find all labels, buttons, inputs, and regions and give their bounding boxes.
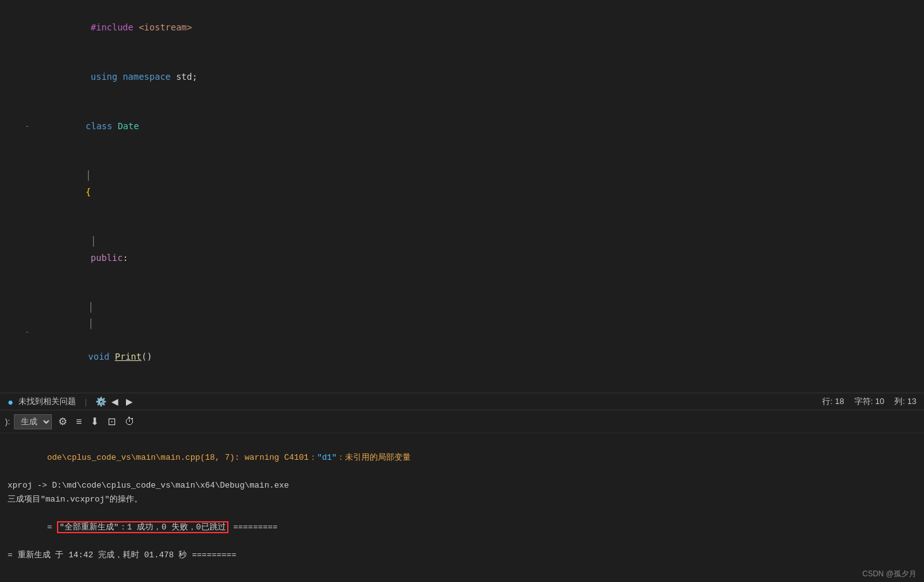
config-icon[interactable]: ⚙️ (96, 396, 106, 407)
indent-guide-6b: │ (88, 319, 93, 329)
output-line-2: xproj -> D:\md\code\cplus_code_vs\main\x… (8, 479, 916, 493)
output-equals-1: = (47, 522, 57, 532)
line-6: - │ │ void Print() (0, 282, 924, 381)
output-rebuild-text: "全部重新生成"：1 成功，0 失败，0已跳过 (57, 521, 228, 533)
problem-text: 未找到相关问题 (18, 396, 76, 407)
output-text-1: ode\cplus_code_vs\main\main.cpp(18, 7): … (47, 453, 316, 462)
line-3: - class Date (0, 101, 924, 151)
panel-prefix-label: ): (5, 417, 10, 426)
editor-container: #include <iostream> using namespace std;… (0, 0, 924, 582)
kw-namespace: namespace (123, 72, 171, 82)
toolbar-btn-2[interactable]: ≡ (73, 416, 84, 427)
std-plain: std; (171, 72, 197, 82)
code-text-7: │ │ { (32, 381, 109, 393)
output-line-1: ode\cplus_code_vs\main\main.cpp(18, 7): … (8, 437, 916, 479)
space-2 (117, 72, 122, 82)
kw-void: void (88, 351, 109, 362)
space-6 (88, 335, 109, 345)
kw-class: class (85, 121, 112, 131)
code-text-3: class Date (32, 101, 139, 151)
panel-dropdown[interactable]: 生成 (14, 414, 52, 429)
problem-icon: ● (8, 396, 13, 407)
problem-divider: | (85, 397, 87, 407)
fold-col-6[interactable]: - (22, 328, 32, 336)
line-7: │ │ { (0, 381, 924, 393)
colon-public: : (123, 253, 128, 263)
row-label: 行: 18 (822, 396, 844, 407)
output-line-5: = 重新生成 于 14:42 完成，耗时 01.478 秒 ========= (8, 548, 916, 562)
output-content[interactable]: ode\cplus_code_vs\main\main.cpp(18, 7): … (0, 433, 924, 582)
code-text-2: using namespace std; (32, 52, 197, 101)
toolbar-btn-4[interactable]: ⊡ (105, 415, 118, 427)
arrow-left-btn[interactable]: ◀ (111, 396, 118, 407)
line-5: │ public: (0, 217, 924, 282)
line-1: #include <iostream> (0, 3, 924, 52)
toolbar-btn-5[interactable]: ⏱ (122, 416, 137, 427)
output-sep-1: ========= (228, 522, 278, 532)
code-text-6: │ │ void Print() (32, 282, 152, 381)
indent-guide-6a: │ (88, 302, 93, 312)
iostream-str: <iostream> (139, 22, 192, 32)
type-date: Date (118, 121, 139, 131)
code-area: #include <iostream> using namespace std;… (0, 0, 924, 393)
kw-public: public (91, 253, 123, 263)
code-text-5: │ public: (32, 217, 128, 282)
arrow-right-btn[interactable]: ▶ (126, 396, 133, 407)
list-label: 列: 13 (894, 396, 916, 407)
output-panel: ): 生成 ⚙ ≡ ⬇ ⊡ ⏱ ode\cplus_code_vs\main\m… (0, 410, 924, 582)
output-d1: "d1" (317, 453, 337, 462)
parens-print: () (142, 351, 153, 362)
output-line-3: 三成项目"main.vcxproj"的操作。 (8, 493, 916, 507)
toolbar-btn-1[interactable]: ⚙ (56, 415, 70, 427)
csdn-watermark: CSDN @孤夕月 (862, 569, 916, 579)
indent-guide-5a: │ (91, 236, 96, 246)
space-1 (134, 22, 139, 32)
code-text-1: #include <iostream> (32, 3, 192, 52)
output-line-4: = "全部重新生成"：1 成功，0 失败，0已跳过 ========= (8, 507, 916, 548)
indent-guide-4a: │ (85, 170, 91, 180)
fold-col-3[interactable]: - (22, 122, 32, 130)
output-text-1b: ：未引用的局部变量 (337, 453, 411, 462)
kw-using: using (91, 72, 117, 82)
toolbar-btn-3[interactable]: ⬇ (88, 415, 101, 427)
code-editor[interactable]: #include <iostream> using namespace std;… (0, 0, 924, 393)
macro-include: #include (91, 22, 133, 32)
space-3 (112, 121, 117, 131)
line-4: │ { (0, 151, 924, 217)
panel-toolbar: ): 生成 ⚙ ≡ ⬇ ⊡ ⏱ (0, 410, 924, 433)
line-2: using namespace std; (0, 52, 924, 101)
problem-bar: ● 未找到相关问题 | ⚙️ ◀ ▶ 行: 18 字符: 10 列: 13 (0, 393, 924, 410)
fn-print: Print (115, 351, 141, 362)
open-brace-class: { (85, 187, 91, 197)
code-text-4: │ { (32, 151, 94, 217)
col-label: 字符: 10 (854, 396, 885, 407)
